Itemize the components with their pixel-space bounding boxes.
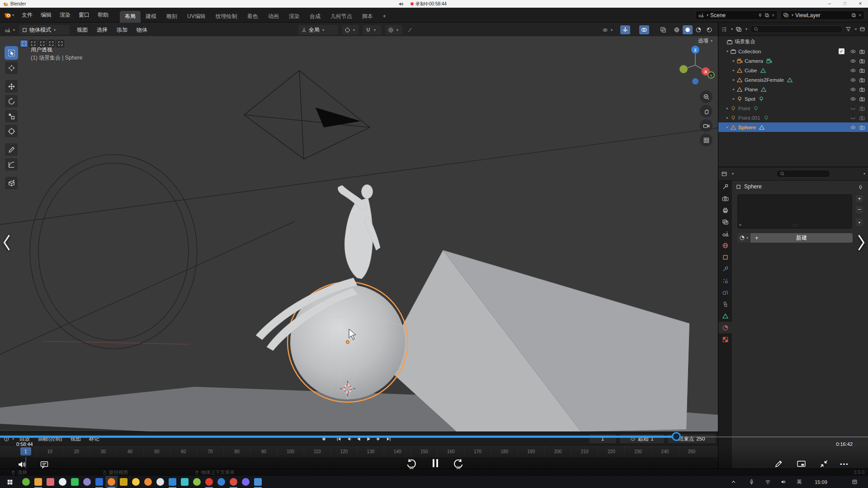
outliner-row[interactable]: ▸ Camera ✓ — [718, 56, 868, 66]
unlink-scene-icon[interactable]: ✕ — [771, 13, 775, 18]
expand-arrow[interactable]: ▸ — [740, 223, 741, 227]
viewport-menu-item[interactable]: 添加 — [112, 26, 132, 34]
editor-type-button[interactable]: ▾ — [2, 25, 18, 35]
material-specials-button[interactable]: ▾ — [855, 218, 864, 227]
taskbar-app-icon[interactable] — [179, 476, 191, 488]
new-scene-icon[interactable] — [764, 12, 769, 18]
visibility-eye-toggle[interactable] — [850, 86, 856, 93]
viewport-menu-item[interactable]: 选择 — [92, 26, 112, 34]
next-video-arrow[interactable] — [856, 233, 866, 253]
viewport-tool-button[interactable] — [5, 124, 18, 138]
render-visibility-toggle[interactable] — [859, 105, 865, 112]
notification-center-button[interactable] — [849, 476, 860, 488]
taskbar-app-icon[interactable] — [227, 476, 240, 488]
properties-tab[interactable] — [718, 181, 732, 192]
workspace-tab[interactable]: UV编辑 — [182, 11, 211, 23]
scene-selector[interactable]: ▾ Scene ✕ — [695, 10, 778, 20]
clock[interactable]: 15:09 — [811, 476, 831, 488]
properties-editor-icon[interactable] — [721, 171, 727, 177]
gizmo-y-axis[interactable] — [679, 65, 688, 73]
remove-viewlayer-icon[interactable]: ✕ — [858, 13, 862, 18]
blender-app-icon[interactable] — [4, 11, 11, 19]
window-control-button[interactable]: □ — [837, 0, 853, 8]
viewlayer-selector[interactable]: ▾ ViewLayer ✕ — [780, 10, 864, 20]
seek-bar-handle[interactable] — [672, 432, 681, 441]
workspace-tab[interactable]: 布局 — [120, 11, 141, 23]
object-name[interactable]: Camera — [745, 58, 763, 64]
viewport-tool-button[interactable] — [5, 46, 18, 60]
workspace-tab[interactable]: 脚本 — [357, 11, 378, 23]
object-name[interactable]: Collection — [738, 49, 761, 54]
transform-orientation[interactable]: 全局 ▾ — [298, 25, 338, 35]
outliner-editor-icon[interactable] — [721, 26, 727, 33]
workspace-tab[interactable]: + — [378, 11, 391, 23]
show-overlays-toggle[interactable] — [639, 25, 649, 34]
new-viewlayer-icon[interactable] — [851, 12, 856, 18]
properties-tab[interactable] — [718, 286, 732, 298]
object-name[interactable]: Plane — [745, 87, 758, 92]
object-name[interactable]: Sphere — [738, 125, 756, 130]
display-mode-icon[interactable] — [736, 26, 742, 33]
taskbar-app-icon[interactable] — [142, 476, 154, 488]
taskbar-app-icon[interactable] — [118, 476, 130, 488]
expand-arrow[interactable]: ▸ — [731, 78, 736, 82]
show-gizmo-toggle[interactable] — [620, 25, 630, 34]
falloff-button[interactable] — [405, 25, 415, 35]
taskbar-app-icon[interactable] — [215, 476, 227, 488]
viewport-tool-button[interactable] — [5, 143, 18, 156]
render-visibility-toggle[interactable] — [859, 58, 865, 64]
snap-button[interactable]: ▾ — [363, 25, 382, 35]
tray-microphone[interactable] — [746, 476, 757, 488]
zoom-view-button[interactable] — [700, 90, 712, 103]
taskbar-app-icon[interactable] — [240, 476, 252, 488]
taskbar-app-icon[interactable] — [81, 476, 93, 488]
visibility-eye-toggle[interactable] — [850, 48, 856, 55]
ime-indicator[interactable]: 英 — [794, 476, 805, 488]
taskbar-app-icon[interactable] — [93, 476, 105, 488]
taskbar-app-icon[interactable] — [203, 476, 215, 488]
properties-search-input[interactable] — [776, 170, 830, 178]
outliner-row[interactable]: ▸ Point.001 ✓ — [718, 113, 868, 122]
properties-tab[interactable] — [718, 216, 732, 228]
render-visibility-toggle[interactable] — [859, 67, 865, 74]
playhead-current-frame[interactable]: 1 — [20, 447, 31, 455]
viewport-tool-button[interactable] — [5, 158, 18, 171]
expand-arrow[interactable]: ▸ — [725, 125, 730, 129]
outliner-options-icon[interactable] — [859, 26, 865, 32]
viewport-menu-item[interactable]: 物体 — [132, 26, 152, 34]
pan-view-button[interactable] — [700, 105, 712, 117]
workspace-tab[interactable]: 动画 — [263, 11, 284, 23]
object-name[interactable]: Genesis2Female — [745, 77, 784, 83]
pin-id-icon[interactable] — [858, 184, 863, 190]
object-name[interactable]: 场景集合 — [735, 38, 755, 45]
properties-tab[interactable] — [718, 310, 732, 322]
visibility-eye-toggle[interactable] — [850, 115, 856, 121]
render-visibility-toggle[interactable] — [859, 77, 865, 83]
object-name[interactable]: Point — [738, 106, 750, 111]
viewport-tool-button[interactable] — [5, 80, 18, 93]
visibility-eye-toggle[interactable] — [850, 124, 856, 131]
taskbar-app-icon[interactable] — [44, 476, 57, 488]
outliner-search-input[interactable] — [750, 25, 843, 33]
properties-tab[interactable] — [718, 333, 732, 345]
properties-tab[interactable] — [718, 298, 732, 310]
timeline-track-area[interactable] — [0, 457, 718, 469]
properties-tab[interactable] — [718, 192, 732, 204]
window-control-button[interactable]: ✕ — [853, 0, 868, 8]
tray-volume[interactable] — [778, 476, 788, 488]
properties-tab[interactable] — [718, 263, 732, 275]
viewport-tool-button[interactable] — [5, 109, 18, 123]
ortho-toggle-button[interactable] — [700, 134, 712, 146]
visibility-eye-toggle[interactable] — [850, 77, 856, 83]
select-mode-button[interactable] — [20, 40, 28, 47]
tray-expand-button[interactable] — [728, 476, 739, 488]
outliner-row[interactable]: ▸ Cube ✓ — [718, 66, 868, 75]
object-name[interactable]: Point.001 — [738, 115, 760, 121]
properties-tab[interactable] — [718, 251, 732, 263]
shading-material-button[interactable] — [693, 25, 703, 34]
exit-fullscreen-button[interactable] — [819, 459, 829, 469]
taskbar-app-icon[interactable] — [191, 476, 203, 488]
select-mode-button[interactable] — [56, 40, 64, 47]
taskbar-app-icon[interactable] — [57, 476, 69, 488]
chevron-down-icon[interactable]: ▾ — [863, 172, 865, 176]
